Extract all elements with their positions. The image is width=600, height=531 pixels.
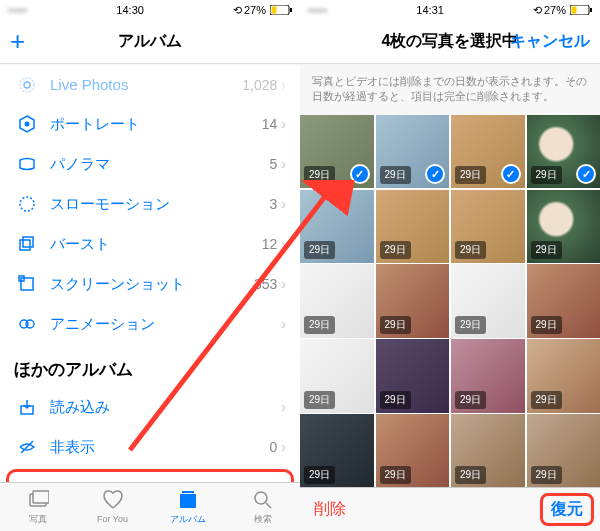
chevron-right-icon: › — [281, 439, 286, 455]
svg-point-5 — [25, 122, 30, 127]
svg-rect-1 — [271, 7, 276, 14]
panorama-icon — [14, 155, 40, 173]
row-label: スローモーション — [50, 195, 270, 214]
photo-cell[interactable]: 29日 — [376, 339, 450, 413]
chevron-right-icon: › — [281, 276, 286, 292]
svg-rect-22 — [571, 7, 576, 14]
photo-cell[interactable]: 29日 — [376, 115, 450, 189]
status-time: 14:31 — [416, 4, 444, 16]
album-row-burst[interactable]: バースト 12 › — [0, 224, 300, 264]
delete-button[interactable]: 削除 — [314, 499, 346, 520]
photo-cell[interactable]: 29日 — [376, 264, 450, 338]
photo-cell[interactable]: 29日 — [376, 414, 450, 487]
chevron-right-icon: › — [281, 399, 286, 415]
tab-foryou[interactable]: For You — [75, 483, 150, 531]
photo-cell[interactable]: 29日 — [300, 115, 374, 189]
check-icon — [576, 164, 596, 184]
row-label: 読み込み — [50, 398, 277, 417]
photo-cell[interactable]: 29日 — [376, 190, 450, 264]
row-count: 12 — [262, 236, 278, 252]
row-count: 0 — [270, 439, 278, 455]
restore-button[interactable]: 復元 — [540, 493, 594, 526]
album-row-portrait[interactable]: ポートレート 14 › — [0, 104, 300, 144]
photo-cell[interactable]: 29日 — [527, 190, 601, 264]
days-badge: 29日 — [304, 391, 335, 409]
svg-line-14 — [21, 441, 33, 453]
nav-bar: + アルバム — [0, 20, 300, 64]
import-icon — [14, 398, 40, 416]
photo-cell[interactable]: 29日 — [451, 115, 525, 189]
days-badge: 29日 — [531, 466, 562, 484]
chevron-right-icon: › — [281, 196, 286, 212]
row-label: ポートレート — [50, 115, 262, 134]
svg-point-6 — [20, 197, 34, 211]
nav-title: アルバム — [0, 31, 300, 52]
photo-cell[interactable]: 29日 — [527, 115, 601, 189]
album-row-import[interactable]: 読み込み › — [0, 387, 300, 427]
albums-screen: ••••• 14:30 ⟲ 27% + アルバム Live Photos 1,0… — [0, 0, 300, 531]
days-badge: 29日 — [380, 391, 411, 409]
status-right: ⟲ 27% — [533, 4, 592, 17]
row-label: 非表示 — [50, 438, 270, 457]
photo-cell[interactable]: 29日 — [300, 339, 374, 413]
svg-rect-23 — [590, 8, 592, 12]
days-badge: 29日 — [455, 391, 486, 409]
album-list[interactable]: Live Photos 1,028 › ポートレート 14 › パノラマ 5 ›… — [0, 64, 300, 482]
battery-percent: 27% — [544, 4, 566, 16]
svg-point-12 — [26, 320, 34, 328]
svg-rect-2 — [290, 8, 292, 12]
rotation-lock-icon: ⟲ — [533, 4, 542, 17]
row-label: アニメーション — [50, 315, 277, 334]
chevron-right-icon: › — [281, 236, 286, 252]
row-label: パノラマ — [50, 155, 270, 174]
description-text: 写真とビデオには削除までの日数が表示されます。その日数が経過すると、項目は完全に… — [300, 64, 600, 115]
photo-cell[interactable]: 29日 — [451, 190, 525, 264]
svg-rect-8 — [23, 237, 33, 247]
add-button[interactable]: + — [10, 26, 25, 57]
row-label: Live Photos — [50, 76, 242, 93]
highlight-recently-deleted: 最近削除した項目 400 › — [6, 469, 294, 482]
photo-cell[interactable]: 29日 — [300, 190, 374, 264]
days-badge: 29日 — [304, 166, 335, 184]
tab-search[interactable]: 検索 — [225, 483, 300, 531]
album-row-screenshots[interactable]: スクリーンショット 353 › — [0, 264, 300, 304]
row-label: スクリーンショット — [50, 275, 254, 294]
hidden-icon — [14, 438, 40, 456]
photo-cell[interactable]: 29日 — [527, 264, 601, 338]
row-count: 3 — [270, 196, 278, 212]
svg-line-20 — [266, 503, 271, 508]
album-row-livephotos[interactable]: Live Photos 1,028 › — [0, 64, 300, 104]
battery-icon — [270, 5, 292, 15]
slomo-icon — [14, 195, 40, 213]
portrait-icon — [14, 115, 40, 133]
cancel-button[interactable]: キャンセル — [510, 31, 590, 52]
svg-point-19 — [255, 492, 267, 504]
status-bar: ••••• 14:31 ⟲ 27% — [300, 0, 600, 20]
album-row-slomo[interactable]: スローモーション 3 › — [0, 184, 300, 224]
search-icon — [252, 489, 274, 511]
chevron-right-icon: › — [281, 316, 286, 332]
photo-cell[interactable]: 29日 — [300, 414, 374, 487]
burst-icon — [14, 235, 40, 253]
svg-point-3 — [24, 82, 30, 88]
days-badge: 29日 — [380, 241, 411, 259]
photo-cell[interactable]: 29日 — [300, 264, 374, 338]
album-row-animation[interactable]: アニメーション › — [0, 304, 300, 344]
photo-cell[interactable]: 29日 — [451, 414, 525, 487]
recently-deleted-screen: ••••• 14:31 ⟲ 27% 4枚の写真を選択中 キャンセル 写真とビデオ… — [300, 0, 600, 531]
photo-cell[interactable]: 29日 — [451, 264, 525, 338]
album-row-panorama[interactable]: パノラマ 5 › — [0, 144, 300, 184]
screenshot-icon — [14, 275, 40, 293]
album-row-hidden[interactable]: 非表示 0 › — [0, 427, 300, 467]
photo-grid[interactable]: 29日 29日 29日 29日 29日 29日 29日 29日 29日 29日 … — [300, 115, 600, 487]
tab-photos[interactable]: 写真 — [0, 483, 75, 531]
days-badge: 29日 — [304, 466, 335, 484]
album-row-recently-deleted[interactable]: 最近削除した項目 400 › — [9, 472, 291, 482]
tab-albums[interactable]: アルバム — [150, 483, 225, 531]
status-time: 14:30 — [116, 4, 144, 16]
rotation-lock-icon: ⟲ — [233, 4, 242, 17]
photo-cell[interactable]: 29日 — [451, 339, 525, 413]
photo-cell[interactable]: 29日 — [527, 339, 601, 413]
photo-cell[interactable]: 29日 — [527, 414, 601, 487]
animation-icon — [14, 315, 40, 333]
